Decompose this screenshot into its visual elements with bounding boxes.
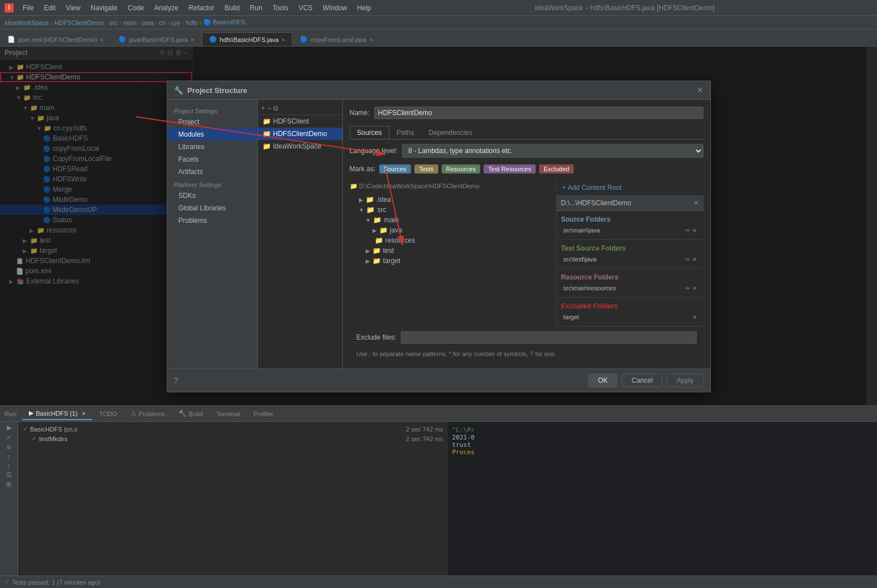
bottom-tab-todo[interactable]: TODO (92, 408, 124, 420)
tab-pom[interactable]: 📄 pom.xml (HDFSClientDemo) × (0, 32, 111, 46)
menu-refactor[interactable]: Refactor (184, 3, 219, 13)
menu-edit[interactable]: Edit (39, 3, 60, 13)
tab-hdfs-basic[interactable]: 🔵 hdfs\BasicHDFS.java × (202, 32, 293, 46)
nav-section-project-settings: Project Settings (167, 104, 257, 116)
project-structure-dialog: 🔧 Project Structure ✕ Project Settings P… (167, 81, 711, 392)
breadcrumb-basichdfs[interactable]: 🔵 BasicHDFS (204, 19, 245, 26)
tab-pom-close[interactable]: × (100, 36, 103, 43)
tab-copy-from-local[interactable]: 🔵 copyFromLocal.java × (293, 32, 380, 46)
name-input[interactable] (374, 107, 704, 119)
mark-sources-button[interactable]: Sources (379, 164, 411, 174)
add-module-button[interactable]: + (261, 104, 265, 112)
tab-java-basic-close[interactable]: × (190, 36, 194, 43)
src-item-target[interactable]: ▶ 📁 target (350, 256, 549, 266)
breadcrumb-java[interactable]: java (142, 19, 154, 26)
menu-code[interactable]: Code (123, 3, 149, 13)
sort-desc-icon[interactable]: ↕ (7, 462, 11, 469)
menu-build[interactable]: Build (220, 3, 244, 13)
language-level-select[interactable]: 8 - Lambdas, type annotations etc. (402, 144, 703, 158)
tab-java-basic[interactable]: 🔵 java\BasicHDFS.java × (111, 32, 202, 46)
menu-window[interactable]: Window (318, 3, 351, 13)
edit-test-source-folder-button[interactable]: ✏ (685, 256, 690, 263)
breadcrumb-src[interactable]: src (109, 19, 118, 26)
src-item-test[interactable]: ▶ 📁 test (350, 246, 549, 256)
stop-button[interactable]: ⊘ (6, 443, 11, 451)
module-name-close-button[interactable]: ✕ (693, 199, 699, 207)
menu-view[interactable]: View (61, 3, 85, 13)
add-content-root-button[interactable]: + Add Content Root (557, 180, 704, 196)
exclude-files-input[interactable] (401, 331, 696, 344)
module-item-hdfsclient[interactable]: 📁 HDFSClient (258, 115, 342, 128)
remove-excluded-folder-button[interactable]: ✕ (692, 314, 697, 320)
bottom-toolbar: ▶ ✓ ⊘ ↕ ↕ ☰ ⊞ (0, 422, 18, 576)
src-item-src[interactable]: ▼ 📁 src (350, 205, 549, 215)
remove-module-button[interactable]: – (268, 104, 272, 112)
module-item-hdfsclientdemo[interactable]: 📁 HDFSClientDemo (258, 128, 342, 140)
breadcrumb-cyy[interactable]: cyy (171, 19, 181, 26)
tab-sources[interactable]: Sources (350, 126, 389, 139)
bottom-tab-terminal[interactable]: Terminal (210, 408, 247, 420)
source-folder-entry: src\main\java ✏ ✕ (561, 226, 699, 235)
nav-item-libraries[interactable]: Libraries (167, 141, 257, 153)
sort-asc-icon[interactable]: ↕ (7, 453, 11, 460)
tab-paths[interactable]: Paths (389, 126, 422, 139)
output-line-4: Proces (452, 449, 873, 456)
module-folder-icon: 📁 (262, 117, 271, 125)
cancel-button[interactable]: Cancel (622, 374, 662, 387)
menu-navigate[interactable]: Navigate (86, 3, 122, 13)
play-button[interactable]: ▶ (7, 424, 11, 432)
nav-item-sdks[interactable]: SDKs (167, 189, 257, 202)
breadcrumb-cn[interactable]: cn (159, 19, 166, 26)
mark-test-resources-button[interactable]: Test Resources (484, 164, 536, 174)
src-item-idea[interactable]: ▶ 📁 .idea (350, 194, 549, 205)
ok-button[interactable]: OK (588, 374, 617, 387)
remove-test-source-folder-button[interactable]: ✕ (692, 256, 697, 263)
nav-item-artifacts[interactable]: Artifacts (167, 166, 257, 178)
edit-resource-folder-button[interactable]: ✏ (685, 285, 690, 291)
bottom-content: ▶ ✓ ⊘ ↕ ↕ ☰ ⊞ ✓ BasicHDFS (cn.c 2 sec 74… (0, 422, 877, 576)
nav-item-facets[interactable]: Facets (167, 153, 257, 166)
src-item-resources[interactable]: 📁 resources (350, 235, 549, 246)
run-item-basichdfs[interactable]: ✓ BasicHDFS (cn.c 2 sec 742 ms (23, 424, 443, 434)
menu-run[interactable]: Run (245, 3, 267, 13)
nav-item-project[interactable]: Project (167, 116, 257, 128)
run-item-testmkdirs[interactable]: ✓ testMkdirs 2 sec 742 ms (23, 434, 443, 443)
module-item-ideaworkspace[interactable]: 📁 IdeaWorkSpace (258, 140, 342, 153)
src-item-main[interactable]: ▼ 📁 main (350, 215, 549, 225)
rerun-button[interactable]: ✓ (6, 434, 11, 441)
tab-close-icon[interactable]: × (82, 410, 86, 417)
nav-item-global-libraries[interactable]: Global Libraries (167, 202, 257, 214)
tab-copy-from-local-close[interactable]: × (369, 36, 372, 43)
bottom-tab-problems[interactable]: ⚠ Problems (124, 408, 172, 420)
menu-analyze[interactable]: Analyze (150, 3, 183, 13)
breadcrumb-hdfsclientdemo[interactable]: HDFSClientDemo (54, 19, 104, 26)
edit-source-folder-button[interactable]: ✏ (685, 227, 690, 234)
menu-help[interactable]: Help (353, 3, 376, 13)
src-item-java[interactable]: ▶ 📁 java (350, 225, 549, 235)
remove-source-folder-button[interactable]: ✕ (692, 227, 697, 234)
tab-dependencies[interactable]: Dependencies (421, 126, 480, 139)
breadcrumb-ideaworkspace[interactable]: IdeaWorkSpace (5, 19, 49, 26)
mark-excluded-button[interactable]: Excluded (539, 164, 574, 174)
help-button[interactable]: ? (174, 376, 179, 385)
tab-hdfs-basic-close[interactable]: × (282, 36, 285, 43)
mark-tests-button[interactable]: Tests (414, 164, 438, 174)
bottom-tab-run[interactable]: ▶ BasicHDFS (1) × (22, 407, 92, 420)
mark-resources-button[interactable]: Resources (442, 164, 481, 174)
menu-vcs[interactable]: VCS (294, 3, 317, 13)
menu-tools[interactable]: Tools (268, 3, 293, 13)
nav-item-modules[interactable]: Modules (167, 128, 257, 141)
copy-module-button[interactable]: ⧉ (273, 104, 278, 112)
remove-resource-folder-button[interactable]: ✕ (692, 285, 697, 291)
dialog-close-button[interactable]: ✕ (697, 86, 704, 95)
breadcrumb-hdfs[interactable]: hdfs (186, 19, 198, 26)
nav-item-problems[interactable]: Problems (167, 214, 257, 227)
bottom-tab-profiler[interactable]: Profiler (247, 408, 280, 420)
exclude-files-row: Exclude files: (350, 327, 704, 348)
apply-button[interactable]: Apply (667, 374, 703, 387)
menu-file[interactable]: File (18, 3, 38, 13)
bottom-tab-build[interactable]: 🔨 Build (172, 408, 209, 420)
filter-icon[interactable]: ☰ (6, 471, 12, 479)
expand-icon[interactable]: ⊞ (6, 481, 11, 488)
breadcrumb-main[interactable]: main (123, 19, 137, 26)
